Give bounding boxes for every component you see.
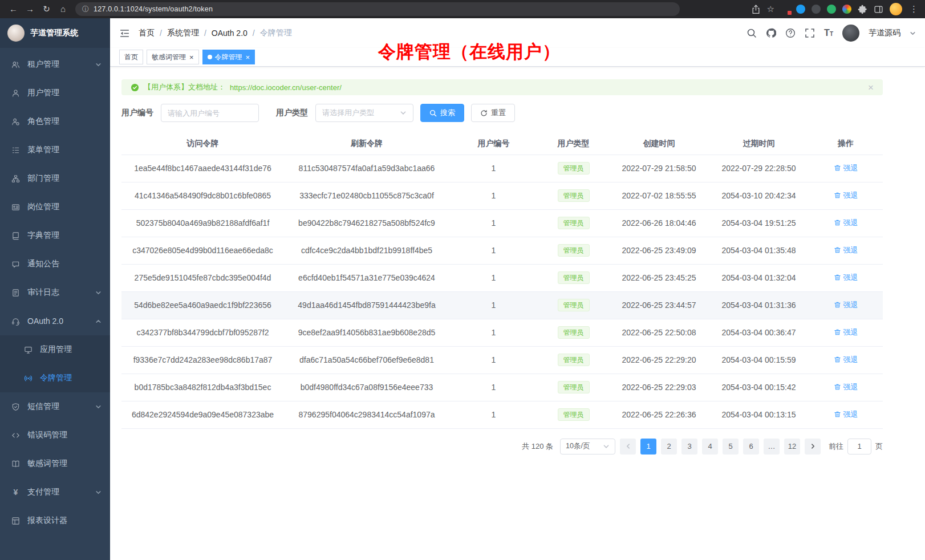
user-id-input[interactable] <box>161 104 259 122</box>
side-panel-icon[interactable] <box>874 5 883 14</box>
force-logout-button[interactable]: 强退 <box>834 355 858 365</box>
page-size-select[interactable]: 10条/页 <box>560 439 615 455</box>
forward-icon[interactable]: → <box>22 2 38 17</box>
close-icon[interactable]: × <box>245 54 250 61</box>
extension-bird-icon[interactable] <box>796 5 805 14</box>
sidebar-item-dict[interactable]: 字典管理 <box>0 221 110 250</box>
cell-expire-time: 2022-07-29 22:28:50 <box>709 155 809 182</box>
cell-user-type: 管理员 <box>538 264 609 291</box>
share-icon[interactable] <box>751 5 761 14</box>
goto-page: 前往 页 <box>829 439 883 455</box>
extension-green-icon[interactable] <box>827 5 836 14</box>
breadcrumb-home[interactable]: 首页 <box>139 28 155 38</box>
cell-access-token: 6d842e2924594de9a09e45e087323abe <box>121 401 284 428</box>
force-logout-button[interactable]: 强退 <box>834 273 858 283</box>
sidebar-item-oauth2-token[interactable]: 令牌管理 <box>0 364 110 392</box>
trash-icon <box>834 356 841 363</box>
search-icon <box>429 109 437 117</box>
more-pages-button[interactable]: … <box>764 439 780 455</box>
cell-access-token: 1ea5e44f8bc1467aaede43144f31de76 <box>121 155 284 182</box>
github-icon[interactable] <box>766 28 776 38</box>
page-button-3[interactable]: 3 <box>681 439 697 455</box>
sidebar-item-audit-log[interactable]: 审计日志 <box>0 278 110 307</box>
menu-label: OAuth 2.0 <box>27 316 88 326</box>
close-icon[interactable]: × <box>189 54 194 61</box>
page-button-6[interactable]: 6 <box>743 439 759 455</box>
sidebar-item-sensitive-word[interactable]: 敏感词管理 <box>0 449 110 478</box>
yen-icon: ¥ <box>11 488 20 497</box>
reload-icon[interactable]: ↻ <box>39 2 54 17</box>
force-logout-button[interactable]: 强退 <box>834 163 858 173</box>
browser-menu-icon[interactable]: ⋮ <box>908 4 919 14</box>
extensions-puzzle-icon[interactable] <box>858 5 867 14</box>
tab-label: 敏感词管理 <box>152 52 186 62</box>
app-logo-area[interactable]: 芋道管理系统 <box>0 18 110 48</box>
page-size-value: 10条/页 <box>566 441 590 451</box>
sidebar-item-error-code[interactable]: 错误码管理 <box>0 421 110 449</box>
sidebar-item-user[interactable]: 用户管理 <box>0 79 110 107</box>
extension-dark-icon[interactable] <box>812 5 821 14</box>
breadcrumb-oauth2[interactable]: OAuth 2.0 <box>212 29 248 38</box>
page-button-4[interactable]: 4 <box>702 439 718 455</box>
breadcrumb-current: 令牌管理 <box>260 28 292 38</box>
page-button-1[interactable]: 1 <box>640 439 656 455</box>
bookmark-star-icon[interactable]: ☆ <box>767 4 774 14</box>
page-button-2[interactable]: 2 <box>661 439 677 455</box>
breadcrumb-system[interactable]: 系统管理 <box>167 28 199 38</box>
cell-expire-time: 2054-03-04 00:13:15 <box>709 401 809 428</box>
sidebar-item-notice[interactable]: 通知公告 <box>0 250 110 278</box>
sidebar-item-pay[interactable]: ¥ 支付管理 <box>0 478 110 506</box>
username[interactable]: 芋道源码 <box>869 28 900 38</box>
menu-label: 角色管理 <box>27 116 102 127</box>
close-icon[interactable]: × <box>868 83 874 92</box>
sidebar-item-post[interactable]: 岗位管理 <box>0 193 110 221</box>
force-logout-button[interactable]: 强退 <box>834 382 858 392</box>
force-logout-button[interactable]: 强退 <box>834 190 858 201</box>
search-button[interactable]: 搜索 <box>420 104 464 122</box>
help-icon[interactable] <box>785 28 796 38</box>
sidebar-item-dept[interactable]: 部门管理 <box>0 164 110 193</box>
tab-sensitive-word[interactable]: 敏感词管理× <box>147 50 199 64</box>
prev-page-button[interactable] <box>620 439 636 455</box>
sidebar-item-sms[interactable]: 短信管理 <box>0 392 110 421</box>
sidebar-item-tenant[interactable]: 租户管理 <box>0 50 110 79</box>
extension-color-icon[interactable] <box>842 5 851 14</box>
force-logout-button[interactable]: 强退 <box>834 300 858 310</box>
table-row: 6d842e2924594de9a09e45e087323abe 8796295… <box>121 401 883 428</box>
url-bar[interactable]: ⓘ 127.0.0.1:1024/system/oauth2/token <box>75 2 680 16</box>
action-label: 强退 <box>843 382 858 392</box>
force-logout-button[interactable]: 强退 <box>834 327 858 338</box>
reset-button[interactable]: 重置 <box>471 104 515 122</box>
force-logout-button[interactable]: 强退 <box>834 409 858 420</box>
search-icon[interactable] <box>747 28 757 38</box>
sidebar-item-report-designer[interactable]: 报表设计器 <box>0 506 110 535</box>
tab-home[interactable]: 首页 <box>119 50 143 64</box>
page-button-5[interactable]: 5 <box>723 439 739 455</box>
sidebar-item-oauth2[interactable]: OAuth 2.0 <box>0 307 110 335</box>
font-size-icon[interactable]: TT <box>824 29 833 38</box>
browser-profile-avatar[interactable] <box>890 3 902 15</box>
cell-refresh-token: 49d1aa46d1454fbd87591444423be9fa <box>284 291 449 319</box>
back-icon[interactable]: ← <box>6 2 21 17</box>
sidebar-item-menu[interactable]: 菜单管理 <box>0 136 110 164</box>
sidebar-item-role[interactable]: 角色管理 <box>0 107 110 136</box>
doc-link[interactable]: https://doc.iocoder.cn/user-center/ <box>230 83 342 92</box>
next-page-button[interactable] <box>805 439 821 455</box>
user-type-select[interactable]: 请选择用户类型 <box>315 104 413 122</box>
cell-expire-time: 2054-03-04 01:31:36 <box>709 291 809 319</box>
sidebar-item-oauth2-app[interactable]: 应用管理 <box>0 335 110 364</box>
cell-user-id: 1 <box>449 401 538 428</box>
extension-badge-icon[interactable] <box>781 5 790 14</box>
goto-page-input[interactable] <box>847 439 871 455</box>
home-icon[interactable]: ⌂ <box>55 2 71 17</box>
site-info-icon[interactable]: ⓘ <box>82 5 89 14</box>
force-logout-button[interactable]: 强退 <box>834 245 858 255</box>
user-avatar[interactable] <box>842 25 859 42</box>
force-logout-button[interactable]: 强退 <box>834 218 858 228</box>
collapse-sidebar-icon[interactable] <box>119 28 130 39</box>
fullscreen-icon[interactable] <box>805 28 815 38</box>
cell-user-id: 1 <box>449 209 538 237</box>
tab-token[interactable]: 令牌管理× <box>202 50 255 64</box>
page-button-12[interactable]: 12 <box>784 439 800 455</box>
org-tree-icon <box>11 175 20 183</box>
